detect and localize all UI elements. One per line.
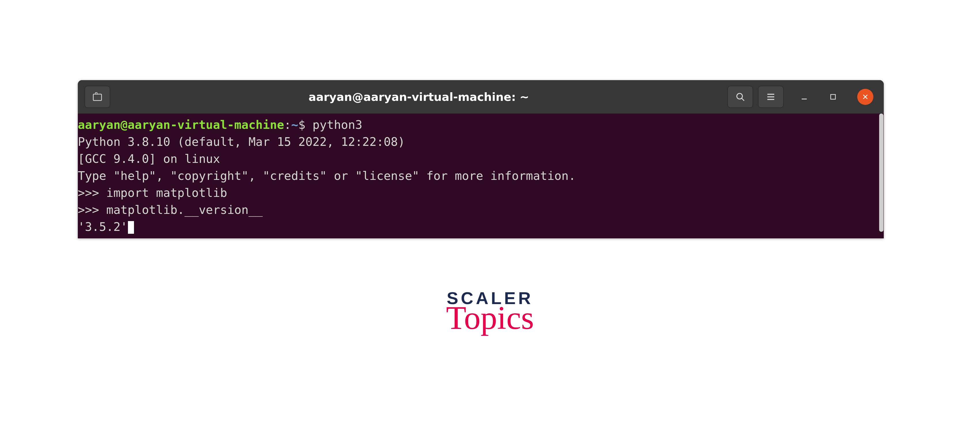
titlebar-left	[85, 86, 110, 108]
hamburger-menu-button[interactable]	[758, 86, 783, 108]
svg-rect-10	[831, 94, 835, 99]
terminal-body[interactable]: aaryan@aaryan-virtual-machine:~$ python3…	[78, 113, 884, 238]
terminal-line-output: Python 3.8.10 (default, Mar 15 2022, 12:…	[78, 134, 884, 150]
maximize-icon	[829, 93, 837, 101]
minimize-button[interactable]	[796, 89, 812, 105]
prompt-dollar: $	[298, 118, 312, 132]
logo-line2: Topics	[446, 301, 534, 334]
titlebar: aaryan@aaryan-virtual-machine: ~	[78, 80, 884, 113]
hamburger-icon	[765, 92, 776, 102]
search-button[interactable]	[727, 86, 753, 108]
brand-logo: SCALER Topics	[446, 288, 534, 334]
scrollbar[interactable]	[879, 113, 883, 232]
repl-prompt: >>>	[78, 203, 106, 217]
new-tab-button[interactable]	[85, 86, 110, 108]
terminal-line-prompt: aaryan@aaryan-virtual-machine:~$ python3	[78, 116, 884, 134]
repl-command: matplotlib.__version__	[106, 203, 263, 217]
close-icon	[862, 93, 869, 100]
prompt-separator: :	[284, 118, 291, 132]
minimize-icon	[800, 92, 808, 101]
maximize-button[interactable]	[825, 89, 841, 105]
terminal-line-output: [GCC 9.4.0] on linux	[78, 150, 884, 167]
terminal-line-repl: >>> import matplotlib	[78, 185, 884, 201]
search-icon	[735, 92, 745, 102]
terminal-line-output: '3.5.2'	[78, 218, 884, 236]
close-button[interactable]	[857, 89, 873, 105]
terminal-window: aaryan@aaryan-virtual-machine: ~	[78, 80, 884, 238]
svg-point-4	[737, 93, 743, 99]
prompt-user-host: aaryan@aaryan-virtual-machine	[78, 118, 284, 132]
new-tab-icon	[92, 91, 103, 102]
prompt-path: ~	[291, 118, 299, 132]
cursor	[128, 221, 134, 234]
repl-command: import matplotlib	[106, 186, 228, 200]
terminal-line-repl: >>> matplotlib.__version__	[78, 201, 884, 218]
titlebar-right	[727, 86, 877, 108]
svg-line-5	[742, 98, 744, 100]
command-text: python3	[313, 118, 363, 132]
output-text: '3.5.2'	[78, 220, 128, 234]
window-title: aaryan@aaryan-virtual-machine: ~	[110, 91, 727, 104]
svg-rect-0	[93, 94, 102, 100]
terminal-line-output: Type "help", "copyright", "credits" or "…	[78, 167, 884, 185]
repl-prompt: >>>	[78, 186, 106, 200]
